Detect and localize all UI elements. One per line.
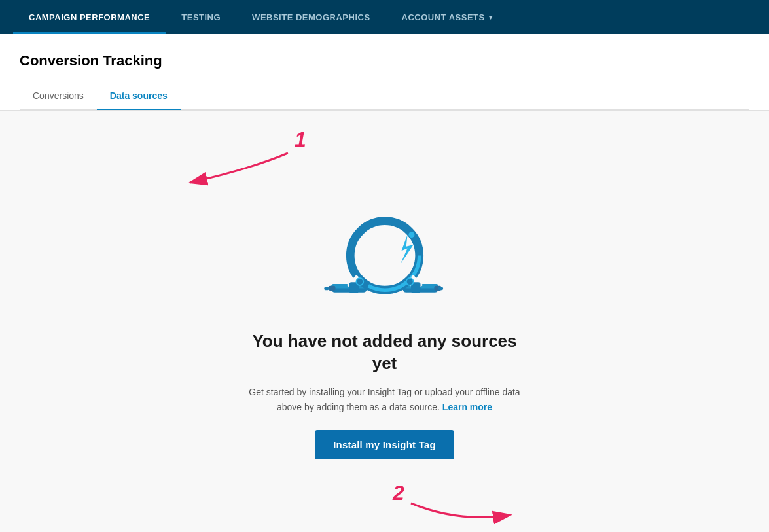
tabs-bar: Conversions Data sources (20, 82, 749, 110)
nav-account-assets[interactable]: ACCOUNT ASSETS ▾ (386, 0, 509, 34)
nav-label: ACCOUNT ASSETS (402, 12, 485, 22)
svg-text:1: 1 (295, 128, 306, 151)
svg-point-14 (406, 278, 413, 285)
tab-data-sources[interactable]: Data sources (97, 82, 181, 110)
nav-label: TESTING (181, 12, 221, 22)
page-content: Conversion Tracking Conversions Data sou… (0, 34, 769, 532)
chevron-down-icon: ▾ (489, 14, 493, 21)
empty-state-description: Get started by installing your Insight T… (247, 385, 522, 414)
nav-website-demographics[interactable]: WEBSITE DEMOGRAPHICS (236, 0, 385, 34)
top-navigation: CAMPAIGN PERFORMANCE TESTING WEBSITE DEM… (0, 0, 769, 34)
empty-state: You have not added any sources yet Get s… (221, 167, 548, 499)
empty-state-title: You have not added any sources yet (247, 330, 522, 375)
svg-point-15 (408, 232, 414, 238)
page-title: Conversion Tracking (20, 52, 749, 69)
nav-campaign-performance[interactable]: CAMPAIGN PERFORMANCE (13, 0, 166, 34)
install-insight-tag-button[interactable]: Install my Insight Tag (315, 430, 454, 459)
page-header: Conversion Tracking Conversions Data sou… (0, 34, 769, 110)
svg-rect-3 (324, 287, 329, 290)
nav-testing[interactable]: TESTING (166, 0, 236, 34)
svg-rect-7 (438, 287, 442, 290)
nav-label: WEBSITE DEMOGRAPHICS (252, 12, 370, 22)
nav-label: CAMPAIGN PERFORMANCE (29, 12, 150, 22)
svg-rect-2 (328, 286, 335, 291)
tab-conversions[interactable]: Conversions (20, 82, 97, 110)
svg-point-13 (356, 278, 363, 285)
empty-state-illustration (319, 206, 450, 311)
learn-more-link[interactable]: Learn more (442, 402, 492, 412)
main-content-area: You have not added any sources yet Get s… (0, 110, 769, 532)
